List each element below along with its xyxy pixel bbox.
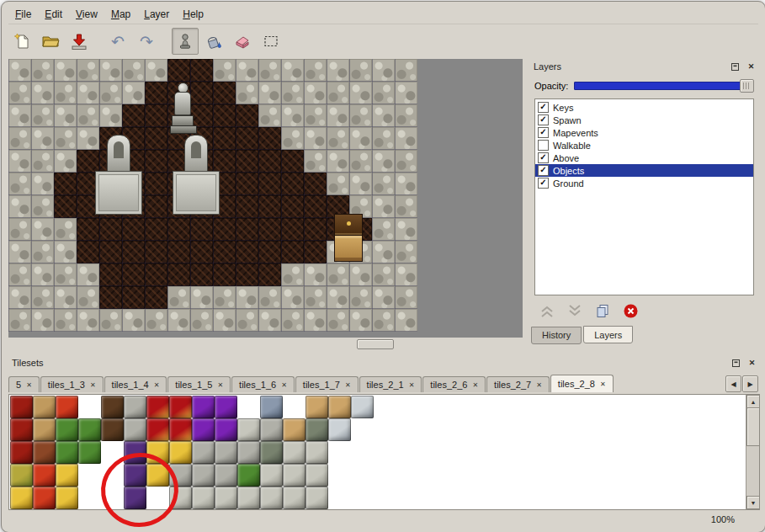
tileset-vertical-scrollbar[interactable]: ▲ ▼ (746, 395, 759, 509)
tileset-tile[interactable] (101, 487, 124, 509)
tab-history[interactable]: History (531, 327, 582, 344)
tileset-tile[interactable] (78, 418, 101, 441)
stone-tile[interactable] (54, 309, 77, 332)
tileset-tile[interactable] (419, 418, 442, 441)
stone-tile[interactable] (8, 104, 31, 127)
stone-tile[interactable] (54, 286, 77, 309)
tileset-tile[interactable] (192, 418, 215, 441)
stone-tile[interactable] (349, 309, 372, 332)
tileset-tile[interactable] (237, 464, 260, 487)
menu-item-help[interactable]: Help (176, 7, 210, 22)
close-tab-icon[interactable]: ✕ (345, 381, 351, 389)
tileset-tile[interactable] (215, 418, 237, 441)
close-tab-icon[interactable]: ✕ (600, 380, 606, 388)
tileset-tile[interactable] (124, 396, 146, 418)
tileset-tile[interactable] (215, 487, 237, 509)
tileset-tab-tiles_1_4[interactable]: tiles_1_4✕ (104, 376, 167, 392)
tileset-tile[interactable] (33, 464, 56, 487)
stone-tile[interactable] (258, 59, 281, 82)
tileset-tile[interactable] (10, 441, 33, 464)
tileset-tile[interactable] (351, 487, 374, 509)
stone-tile[interactable] (395, 218, 417, 241)
tileset-grid[interactable] (10, 396, 442, 509)
tileset-tile[interactable] (305, 441, 328, 464)
tileset-tile[interactable] (396, 487, 419, 509)
tileset-tile[interactable] (56, 487, 78, 509)
tileset-tile[interactable] (351, 418, 374, 441)
stone-tile[interactable] (327, 59, 349, 82)
statue-object[interactable] (170, 82, 195, 138)
stone-tile[interactable] (8, 286, 31, 309)
stone-tile[interactable] (281, 59, 304, 82)
tileset-tile[interactable] (351, 441, 374, 464)
floor-tile[interactable] (145, 218, 167, 241)
stone-tile[interactable] (8, 195, 31, 218)
floor-tile[interactable] (77, 218, 99, 241)
tileset-tab-tiles_2_1[interactable]: tiles_2_1✕ (359, 376, 422, 392)
floor-tile[interactable] (258, 263, 281, 286)
stone-tile[interactable] (349, 82, 372, 104)
floor-tile[interactable] (122, 241, 145, 263)
stone-tile[interactable] (31, 82, 54, 104)
stone-tile[interactable] (281, 263, 304, 286)
stone-tile[interactable] (190, 309, 213, 332)
stone-tile[interactable] (281, 127, 304, 150)
tileset-tile[interactable] (169, 396, 192, 418)
close-tab-icon[interactable]: ✕ (472, 381, 478, 389)
tileset-tab-tiles_1_3[interactable]: tiles_1_3✕ (40, 376, 104, 392)
raise-layer-button[interactable] (537, 301, 557, 321)
close-tab-icon[interactable]: ✕ (217, 381, 223, 389)
stone-tile[interactable] (372, 127, 395, 150)
layer-row-mapevents[interactable]: ✓Mapevents (535, 126, 753, 139)
stone-tile[interactable] (395, 263, 417, 286)
delete-layer-button[interactable] (620, 301, 640, 321)
floor-tile[interactable] (99, 218, 122, 241)
map-horizontal-scrollbar[interactable] (8, 339, 523, 348)
stone-tile[interactable] (77, 82, 99, 104)
menu-item-file[interactable]: File (8, 7, 38, 22)
tileset-tile[interactable] (33, 396, 56, 418)
floor-tile[interactable] (258, 218, 281, 241)
stone-tile[interactable] (8, 173, 31, 195)
stone-tile[interactable] (372, 218, 395, 241)
layer-visibility-checkbox[interactable] (538, 140, 549, 151)
stone-tile[interactable] (258, 82, 281, 104)
floor-tile[interactable] (213, 218, 236, 241)
floor-tile[interactable] (190, 241, 213, 263)
floor-tile[interactable] (304, 218, 327, 241)
stone-tile[interactable] (31, 173, 54, 195)
opacity-slider[interactable] (574, 82, 754, 90)
tab-layers[interactable]: Layers (583, 326, 633, 343)
tileset-tile[interactable] (215, 464, 237, 487)
stone-tile[interactable] (31, 195, 54, 218)
map-canvas[interactable] (8, 59, 523, 338)
tileset-tile[interactable] (305, 396, 328, 418)
floor-tile[interactable] (236, 127, 258, 150)
layer-row-keys[interactable]: ✓Keys (535, 101, 753, 114)
stone-tile[interactable] (349, 286, 372, 309)
layer-visibility-checkbox[interactable]: ✓ (538, 178, 549, 189)
stone-tile[interactable] (395, 59, 417, 82)
stone-tile[interactable] (304, 82, 327, 104)
tileset-tile[interactable] (374, 396, 396, 418)
scroll-down-arrow[interactable]: ▼ (746, 496, 760, 509)
floor-tile[interactable] (145, 173, 167, 195)
tileset-tile[interactable] (328, 418, 351, 441)
tileset-tile[interactable] (374, 464, 396, 487)
tileset-tab-tiles_2_7[interactable]: tiles_2_7✕ (486, 376, 550, 392)
stone-tile[interactable] (349, 263, 372, 286)
stone-tile[interactable] (304, 59, 327, 82)
stone-tile[interactable] (395, 173, 417, 195)
floor-tile[interactable] (236, 218, 258, 241)
stone-tile[interactable] (327, 286, 349, 309)
floor-tile[interactable] (145, 263, 167, 286)
tileset-tile[interactable] (56, 418, 78, 441)
floor-tile[interactable] (213, 104, 236, 127)
tileset-tile[interactable] (192, 464, 215, 487)
stone-tile[interactable] (281, 309, 304, 332)
stone-tile[interactable] (31, 309, 54, 332)
stone-tile[interactable] (190, 286, 213, 309)
tileset-tile[interactable] (146, 418, 169, 441)
stone-tile[interactable] (8, 309, 31, 332)
tileset-tile[interactable] (374, 441, 396, 464)
